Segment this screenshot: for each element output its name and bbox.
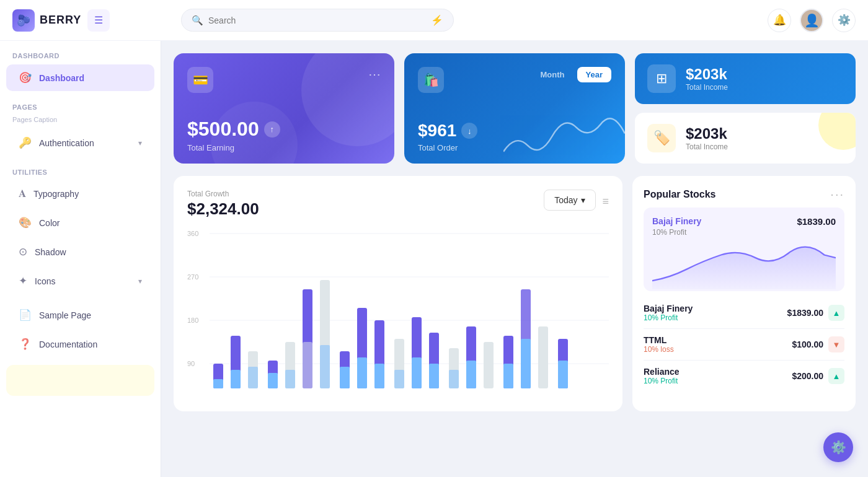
svg-rect-17 — [285, 370, 295, 388]
svg-rect-37 — [466, 361, 476, 388]
chart-menu-icon[interactable]: ≡ — [602, 195, 609, 208]
svg-rect-9 — [213, 379, 223, 388]
income-top-card: ⊞ $203k Total Income — [635, 53, 856, 104]
sidebar-item-documentation[interactable]: ❓ Documentation — [6, 331, 154, 357]
featured-stock-chart — [652, 242, 836, 291]
stock-price-area: $200.00 ▲ — [792, 368, 844, 384]
sidebar-item-label: Documentation — [39, 339, 97, 349]
sidebar-section-pages: Pages — [0, 92, 161, 115]
stock-trend-badge: ▼ — [828, 336, 844, 352]
sidebar-item-dashboard[interactable]: 🎯 Dashboard — [6, 64, 154, 91]
avatar-button[interactable]: 👤 — [800, 9, 823, 32]
chevron-down-icon: ▾ — [138, 277, 142, 286]
hamburger-icon: ☰ — [94, 14, 103, 26]
order-label: Total Order — [418, 143, 611, 152]
year-tab[interactable]: Year — [577, 67, 611, 82]
cards-right: ⊞ $203k Total Income 🏷️ $203k Total Inco… — [635, 53, 856, 164]
notification-button[interactable]: 🔔 — [768, 9, 791, 32]
topbar-left: 🫐 BERRY ☰ — [12, 9, 174, 32]
stock-info: Bajaj Finery 10% Profit — [644, 304, 693, 322]
sidebar-section-utilities: Utilities — [0, 157, 161, 180]
color-icon: 🎨 — [19, 216, 32, 229]
fab-button[interactable]: ⚙️ — [823, 432, 853, 462]
stock-profit: 10% Profit — [644, 377, 680, 385]
auth-icon: 🔑 — [19, 136, 32, 149]
chevron-down-icon: ▾ — [138, 139, 142, 147]
logo-icon: 🫐 — [12, 9, 35, 32]
svg-rect-33 — [429, 364, 439, 388]
cards-row: 💳 ⋯ $500.00 ↑ Total Earning 🛍️ — [174, 53, 856, 164]
pages-caption: Pages Caption — [0, 115, 161, 128]
stock-price: $200.00 — [792, 371, 823, 381]
sidebar-item-shadow[interactable]: ⊙ Shadow — [6, 239, 154, 265]
stock-item: Reliance 10% Profit $200.00 ▲ — [644, 361, 844, 392]
sidebar-item-authentication[interactable]: 🔑 Authentication ▾ — [6, 129, 154, 156]
stock-price: $100.00 — [792, 339, 823, 349]
income-bottom-card: 🏷️ $203k Total Income — [635, 113, 856, 164]
app-name: BERRY — [40, 14, 81, 27]
main-content: 💳 ⋯ $500.00 ↑ Total Earning 🛍️ — [161, 41, 868, 424]
bar-chart-svg: 360 270 180 90 — [187, 227, 609, 401]
income-bottom-icon: 🏷️ — [647, 124, 676, 152]
stock-info: TTML 10% loss — [644, 335, 674, 354]
chart-amount: $2,324.00 — [187, 199, 259, 219]
svg-rect-23 — [340, 367, 350, 388]
order-arrow: ↓ — [461, 123, 477, 139]
today-label: Today — [554, 195, 577, 205]
chevron-icon: ▾ — [581, 195, 585, 205]
svg-rect-43 — [538, 326, 548, 388]
bottom-row: Total Growth $2,324.00 Today ▾ ≡ — [174, 176, 856, 411]
svg-rect-19 — [303, 342, 312, 388]
hamburger-button[interactable]: ☰ — [87, 9, 110, 32]
earning-label: Total Earning — [187, 143, 381, 152]
svg-rect-21 — [320, 345, 330, 388]
stock-price: $1839.00 — [787, 308, 823, 318]
featured-stock-name: Bajaj Finery — [652, 216, 701, 226]
logo-area: 🫐 BERRY — [12, 9, 81, 32]
svg-rect-13 — [248, 367, 258, 388]
sidebar-item-sample-page[interactable]: 📄 Sample Page — [6, 302, 154, 328]
sidebar-item-label: Authentication — [39, 138, 94, 148]
bell-icon: 🔔 — [773, 14, 786, 27]
main-wrapper: 💳 ⋯ $500.00 ↑ Total Earning 🛍️ — [161, 41, 868, 477]
cashier-icon: 🏷️ — [653, 130, 670, 146]
search-icon: 🔍 — [192, 15, 203, 26]
svg-rect-15 — [268, 373, 278, 388]
month-tab[interactable]: Month — [532, 67, 574, 82]
featured-stock: Bajaj Finery $1839.00 10% Profit — [644, 208, 844, 291]
svg-rect-45 — [558, 361, 568, 388]
settings-button[interactable]: ⚙️ — [832, 9, 856, 32]
earning-card-menu[interactable]: ⋯ — [368, 67, 381, 82]
stock-name: Bajaj Finery — [644, 304, 693, 313]
income-top-amount: $203k — [686, 66, 728, 83]
order-card-icon: 🛍️ — [418, 67, 444, 93]
sidebar-item-typography[interactable]: 𝐀 Typography — [6, 181, 154, 207]
filter-icon[interactable]: ⚡ — [431, 14, 443, 26]
search-input[interactable] — [208, 15, 426, 25]
wallet-icon: 💳 — [193, 72, 208, 87]
stocks-menu-icon[interactable]: ··· — [830, 187, 844, 201]
svg-text:270: 270 — [187, 273, 198, 281]
sidebar-section-dashboard: Dashboard — [0, 41, 161, 63]
chart-header: Total Growth $2,324.00 Today ▾ ≡ — [187, 190, 609, 219]
sidebar-item-label: Shadow — [35, 247, 66, 257]
income-top-label: Total Income — [686, 83, 728, 92]
stock-trend-badge: ▲ — [828, 368, 844, 384]
svg-rect-31 — [412, 357, 422, 388]
sidebar-item-color[interactable]: 🎨 Color — [6, 209, 154, 236]
svg-rect-11 — [231, 370, 241, 388]
stock-price-area: $1839.00 ▲ — [787, 305, 844, 321]
sidebar-item-icons[interactable]: ✦ Icons ▾ — [6, 268, 154, 294]
income-bottom-label: Total Income — [686, 142, 728, 151]
table-icon: ⊞ — [656, 71, 667, 87]
today-filter-button[interactable]: Today ▾ — [544, 190, 596, 211]
svg-rect-35 — [449, 370, 459, 388]
search-bar[interactable]: 🔍 ⚡ — [181, 9, 454, 32]
stock-item: TTML 10% loss $100.00 ▼ — [644, 329, 844, 361]
sidebar-item-label: Color — [39, 218, 60, 228]
shopping-icon: 🛍️ — [423, 72, 439, 87]
chart-title-area: Total Growth $2,324.00 — [187, 190, 259, 219]
stock-items-list: Bajaj Finery 10% Profit $1839.00 ▲ TTML … — [644, 297, 844, 392]
stock-name: Reliance — [644, 367, 680, 377]
stock-info: Reliance 10% Profit — [644, 367, 680, 385]
